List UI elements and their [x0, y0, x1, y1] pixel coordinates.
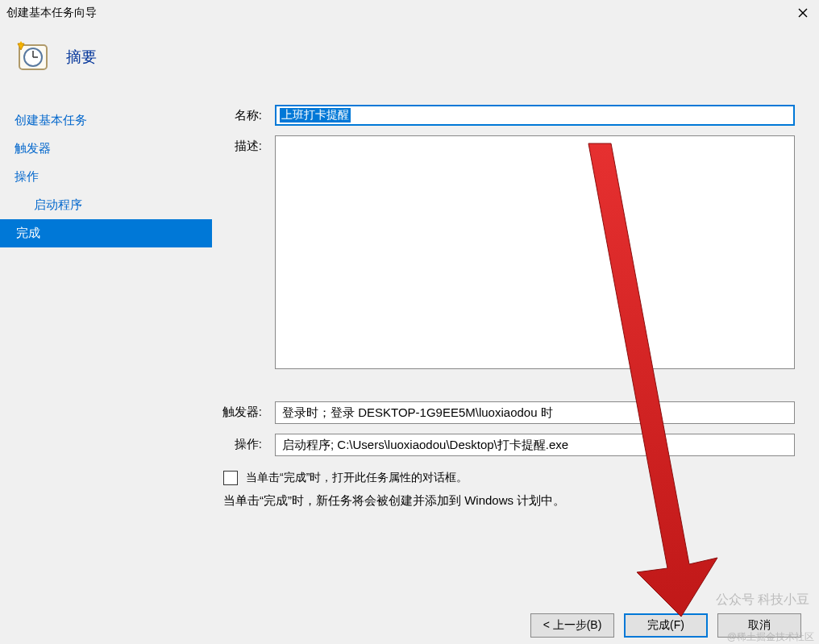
page-title: 摘要: [66, 47, 97, 68]
checkbox-label: 当单击“完成”时，打开此任务属性的对话框。: [246, 471, 468, 485]
desc-input[interactable]: [275, 135, 795, 369]
main-panel: 名称: 上班打卡提醒 描述: 触发器: 登录时；登录 DESKTOP-1G9EE…: [212, 98, 819, 600]
sidebar-item-trigger[interactable]: 触发器: [0, 135, 212, 163]
info-text: 当单击“完成”时，新任务将会被创建并添加到 Windows 计划中。: [223, 493, 795, 509]
row-trigger: 触发器: 登录时；登录 DESKTOP-1G9EE5M\luoxiaodou 时: [212, 401, 795, 424]
action-label: 操作:: [212, 434, 275, 452]
name-input[interactable]: 上班打卡提醒: [275, 105, 795, 126]
finish-label: 完成(F): [647, 618, 684, 633]
sidebar-item-action[interactable]: 操作: [0, 163, 212, 191]
close-icon: [798, 8, 808, 18]
sidebar-item-label: 触发器: [15, 141, 51, 155]
row-desc: 描述:: [212, 135, 795, 369]
sidebar-item-start-program[interactable]: 启动程序: [0, 191, 212, 219]
sidebar-item-label: 创建基本任务: [15, 113, 87, 127]
trigger-value: 登录时；登录 DESKTOP-1G9EE5M\luoxiaodou 时: [275, 401, 795, 424]
trigger-label: 触发器:: [212, 401, 275, 420]
header: 摘要: [0, 26, 819, 98]
sidebar: 创建基本任务 触发器 操作 启动程序 完成: [0, 98, 212, 600]
sidebar-item-label: 操作: [15, 169, 39, 183]
open-properties-checkbox[interactable]: [223, 471, 238, 485]
action-value: 启动程序; C:\Users\luoxiaodou\Desktop\打卡提醒.e…: [275, 434, 795, 456]
clock-icon: [16, 40, 50, 74]
sidebar-item-label: 完成: [16, 226, 40, 239]
svg-marker-7: [19, 41, 23, 44]
row-name: 名称: 上班打卡提醒: [212, 105, 795, 126]
name-label: 名称:: [212, 105, 275, 123]
back-button[interactable]: < 上一步(B): [530, 613, 614, 638]
row-action: 操作: 启动程序; C:\Users\luoxiaodou\Desktop\打卡…: [212, 434, 795, 456]
watermark-footer: @稀土掘金技术社区: [727, 630, 814, 644]
content: 创建基本任务 触发器 操作 启动程序 完成 名称: 上班打卡提醒 描述: 触发器…: [0, 98, 819, 600]
window-title: 创建基本任务向导: [6, 6, 793, 20]
sidebar-item-label: 启动程序: [34, 197, 82, 211]
checkbox-row: 当单击“完成”时，打开此任务属性的对话框。: [223, 471, 795, 485]
close-button[interactable]: [793, 3, 813, 23]
titlebar: 创建基本任务向导: [0, 0, 819, 26]
back-label: < 上一步(B): [543, 618, 602, 633]
desc-label: 描述:: [212, 135, 275, 154]
sidebar-item-create-task[interactable]: 创建基本任务: [0, 106, 212, 135]
watermark: 公众号 科技小豆: [716, 592, 809, 609]
name-value: 上班打卡提醒: [280, 108, 351, 123]
sidebar-item-finish[interactable]: 完成: [0, 219, 212, 247]
finish-button[interactable]: 完成(F): [624, 613, 708, 638]
